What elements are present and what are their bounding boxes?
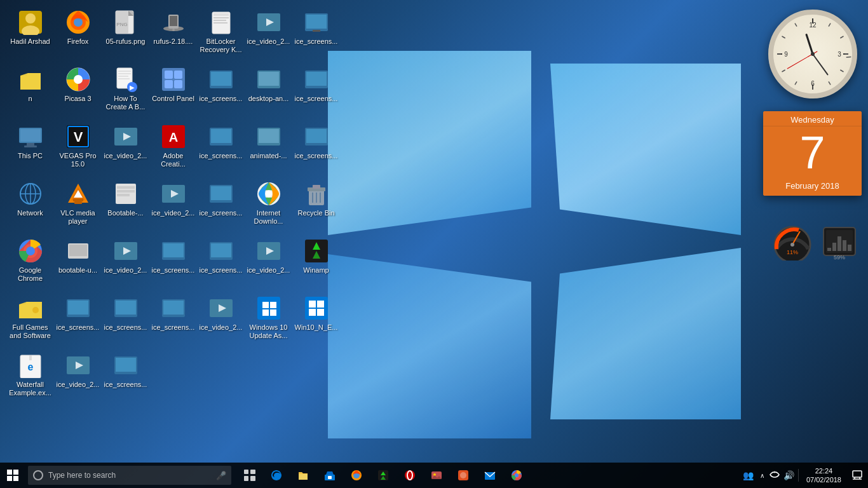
winamp-taskbar-icon[interactable] (370, 463, 396, 488)
svg-rect-170 (250, 476, 255, 481)
system-monitor: 11% 59% (770, 222, 862, 261)
svg-text:11%: 11% (787, 249, 798, 255)
icon-ice-screens-d[interactable]: ice_screens... (197, 121, 245, 178)
desktop-icons-container: Hadil Arshad Firefox PNG (3, 3, 343, 410)
icon-win10-ne[interactable]: Win10_N_E... (292, 292, 340, 349)
calendar-day-of-week: Wednesday (763, 111, 862, 126)
icon-ice-screens-f[interactable]: ice_screens... (197, 178, 245, 235)
search-bar[interactable]: Type here to search 🎤 (28, 466, 231, 485)
icon-control-panel[interactable]: Control Panel (149, 64, 197, 121)
icon-ice-screens-k[interactable]: ice_screens... (149, 292, 197, 349)
icon-full-games[interactable]: Full Games and Software (6, 292, 54, 349)
chrome-taskbar-icon[interactable] (504, 463, 529, 488)
icon-vegas-pro[interactable]: V VEGAS Pro 15.0 (54, 121, 102, 178)
icon-ice-screens-e[interactable]: ice_screens... (292, 121, 340, 178)
icon-adobe-creative[interactable]: A Adobe Creati... (149, 121, 197, 178)
icon-waterfall-example[interactable]: e Waterfall Example.ex... (6, 349, 54, 407)
network-status-icon[interactable] (768, 470, 781, 482)
svg-point-88 (26, 247, 35, 255)
svg-rect-72 (117, 190, 135, 193)
icon-ice-screens-c[interactable]: ice_screens... (292, 64, 340, 121)
clock-display[interactable]: 22:24 07/02/2018 (801, 466, 846, 485)
people-icon[interactable]: 👥 (740, 470, 756, 480)
svg-text:▶: ▶ (130, 84, 135, 91)
orange-app-taskbar-icon[interactable] (451, 463, 476, 488)
svg-rect-36 (165, 80, 173, 88)
date-display: 07/02/2018 (806, 475, 841, 484)
svg-rect-159 (837, 236, 841, 251)
start-button[interactable] (0, 463, 25, 488)
icon-n[interactable]: n (6, 64, 54, 121)
icon-recycle-bin[interactable]: Recycle Bin (292, 178, 340, 235)
icon-ice-screens-g[interactable]: ice_screens... (149, 235, 197, 292)
icon-ice-video-2b[interactable]: ice_video_2... (102, 121, 149, 178)
icon-ice-video-2e[interactable]: ice_video_2... (245, 235, 292, 292)
icon-ice-video-2c[interactable]: ice_video_2... (149, 178, 197, 235)
icon-picasa3[interactable]: Picasa 3 (54, 64, 102, 121)
icon-ice-video-2g[interactable]: ice_video_2... (54, 349, 102, 407)
icon-how-to-create[interactable]: ▶ How To Create A B... (102, 64, 149, 121)
icon-ice-video-2f[interactable]: ice_video_2... (197, 292, 245, 349)
svg-rect-90 (69, 245, 87, 256)
svg-line-131 (846, 55, 851, 59)
icon-animated[interactable]: animated-... (245, 121, 292, 178)
svg-rect-15 (214, 13, 229, 16)
action-center-button[interactable] (846, 463, 868, 488)
edge-taskbar-icon[interactable] (264, 463, 289, 488)
icon-network[interactable]: Network (6, 178, 54, 235)
svg-rect-119 (309, 309, 316, 316)
expand-icon[interactable]: ∧ (757, 472, 767, 479)
icon-ice-screens-a[interactable]: ice_screens... (292, 6, 340, 64)
icon-ice-screens-i[interactable]: ice_screens... (54, 292, 102, 349)
search-icon (33, 470, 43, 480)
icon-this-pc[interactable]: This PC (6, 121, 54, 178)
mail-taskbar-icon[interactable] (477, 463, 503, 488)
icon-05-rufus-png[interactable]: PNG 05-rufus.png (102, 6, 149, 64)
gallery-taskbar-icon[interactable] (424, 463, 449, 488)
svg-rect-126 (116, 358, 136, 372)
file-explorer-taskbar-icon[interactable] (290, 463, 316, 488)
svg-rect-29 (118, 76, 128, 77)
icon-desktop-an[interactable]: desktop-an... (245, 64, 292, 121)
icon-rufus[interactable]: rufus-2.18.... (149, 6, 197, 64)
icon-ice-screens-l[interactable]: ice_screens... (102, 349, 149, 407)
volume-icon[interactable]: 🔊 (782, 470, 796, 480)
icon-ice-video-2d[interactable]: ice_video_2... (102, 235, 149, 292)
icon-ice-screens-j[interactable]: ice_screens... (102, 292, 149, 349)
svg-rect-104 (68, 301, 88, 315)
svg-rect-23 (313, 30, 320, 32)
svg-rect-116 (305, 297, 328, 320)
icon-vlc[interactable]: VLC media player (54, 178, 102, 235)
icon-google-chrome[interactable]: Google Chrome (6, 235, 54, 292)
svg-text:e: e (27, 362, 33, 372)
svg-text:12: 12 (809, 22, 817, 29)
svg-rect-160 (843, 240, 846, 251)
svg-line-139 (782, 70, 785, 72)
icon-internet-download[interactable]: Internet Downlo... (245, 178, 292, 235)
svg-rect-169 (244, 476, 248, 481)
icon-bootable-u[interactable]: bootable-u... (54, 235, 102, 292)
icon-ice-screens-h[interactable]: ice_screens... (197, 235, 245, 292)
opera-taskbar-icon[interactable] (397, 463, 423, 488)
icon-ice-screens-b[interactable]: ice_screens... (197, 64, 245, 121)
svg-rect-161 (848, 245, 851, 251)
svg-rect-71 (117, 186, 135, 189)
svg-text:A: A (168, 130, 177, 144)
svg-rect-39 (211, 72, 231, 86)
svg-text:PNG: PNG (116, 22, 127, 27)
svg-line-135 (840, 70, 843, 72)
svg-line-138 (795, 81, 797, 85)
firefox-taskbar-icon[interactable] (344, 463, 369, 488)
icon-hadil-arshad[interactable]: Hadil Arshad (6, 6, 54, 64)
taskbar: Type here to search 🎤 (0, 463, 868, 488)
task-view-button[interactable] (237, 463, 262, 488)
icon-firefox[interactable]: Firefox (54, 6, 102, 64)
icon-bootable-b[interactable]: Bootable-... (102, 178, 149, 235)
icon-ice-video-2a[interactable]: ice_video_2... (245, 6, 292, 64)
icon-winamp[interactable]: Winamp (292, 235, 340, 292)
icon-bitlocker[interactable]: BitLocker Recovery K... (197, 6, 245, 64)
svg-rect-12 (170, 16, 177, 26)
store-taskbar-icon[interactable] (317, 463, 342, 488)
svg-rect-157 (827, 248, 831, 251)
icon-windows10-update[interactable]: Windows 10 Update As... (245, 292, 292, 349)
